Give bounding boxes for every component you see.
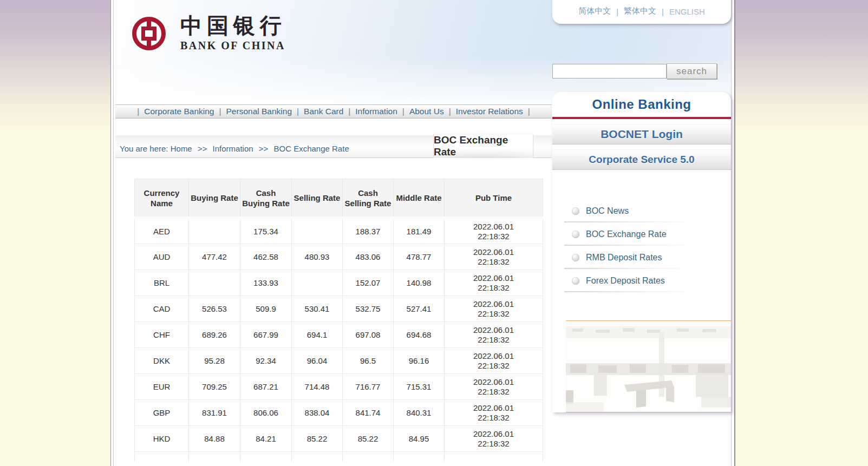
- corporate-service-button[interactable]: Corporate Service 5.0: [552, 149, 731, 170]
- rate-cell: 480.93: [292, 244, 343, 270]
- nav-item[interactable]: About Us: [409, 107, 444, 116]
- breadcrumb-link[interactable]: Home: [171, 144, 192, 153]
- pub-time: 22:18:32: [445, 361, 543, 371]
- sidebar-link-label: RMB Deposit Rates: [586, 253, 662, 262]
- rate-cell: 175.34: [240, 218, 292, 244]
- bank-logo[interactable]: 中国银行 BANK OF CHINA: [132, 14, 286, 52]
- bullet-icon: [572, 254, 579, 261]
- bullet-icon: [572, 277, 579, 285]
- nav-separator: |: [137, 107, 139, 116]
- nav-item[interactable]: Personal Banking: [226, 107, 292, 116]
- rate-cell: 462.58: [240, 244, 292, 270]
- language-separator: |: [662, 7, 664, 16]
- pub-date: 2022.06.01: [445, 273, 543, 283]
- empty-cell: [343, 452, 394, 462]
- sidebar-link-label: BOC Exchange Rate: [586, 229, 667, 239]
- column-header: Buying Rate: [189, 179, 240, 218]
- brand-name-chinese: 中国银行: [180, 14, 286, 38]
- language-link[interactable]: ENGLISH: [669, 7, 705, 16]
- nav-separator: |: [297, 107, 299, 116]
- empty-cell: [445, 452, 543, 462]
- pub-date: 2022.06.01: [445, 247, 543, 257]
- brand-name-english: BANK OF CHINA: [180, 40, 286, 52]
- rate-cell: [292, 218, 343, 244]
- rate-cell: 526.53: [189, 296, 240, 322]
- language-link[interactable]: 繁体中文: [624, 6, 656, 16]
- rate-cell: 694.68: [394, 322, 445, 348]
- pub-date: 2022.06.01: [445, 403, 543, 413]
- nav-item[interactable]: Information: [355, 107, 397, 116]
- rate-cell: [189, 270, 240, 296]
- pub-date: 2022.06.01: [445, 351, 543, 361]
- rate-cell: 687.21: [240, 374, 292, 400]
- rate-cell: 840.31: [394, 400, 445, 426]
- empty-cell: [240, 452, 292, 462]
- rate-cell: 831.91: [189, 400, 240, 426]
- nav-item[interactable]: Investor Relations: [456, 107, 523, 116]
- online-banking-title: Online Banking: [552, 92, 731, 117]
- bullet-icon: [572, 207, 579, 215]
- pub-time: 22:18:32: [445, 232, 543, 241]
- rate-cell: 96.04: [292, 348, 343, 374]
- bocnet-login-button[interactable]: BOCNET Login: [552, 124, 731, 145]
- currency-cell: AUD: [135, 244, 189, 270]
- rate-cell: 716.77: [343, 374, 394, 400]
- pub-time-cell: 2022.06.0122:18:32: [445, 244, 543, 270]
- currency-cell: DKK: [135, 348, 189, 374]
- currency-cell: CHF: [135, 322, 189, 348]
- rate-cell: 841.74: [343, 400, 394, 426]
- rate-cell: 709.25: [189, 374, 240, 400]
- rate-cell: 95.28: [189, 348, 240, 374]
- nav-item[interactable]: Corporate Banking: [144, 107, 214, 116]
- pub-time-cell: 2022.06.0122:18:32: [445, 348, 543, 374]
- sidebar-link-boc-exchange-rate[interactable]: BOC Exchange Rate: [552, 222, 731, 246]
- empty-cell: [394, 452, 445, 462]
- rate-cell: 140.98: [394, 270, 445, 296]
- pub-time: 22:18:32: [445, 387, 543, 397]
- pub-time: 22:18:32: [445, 439, 543, 449]
- boc-emblem-icon: [132, 16, 166, 51]
- rate-cell: 477.42: [189, 244, 240, 270]
- table-row: BRL133.93152.07140.982022.06.0122:18:32: [135, 270, 543, 296]
- search-button[interactable]: search: [667, 63, 717, 79]
- rate-cell: 838.04: [292, 400, 343, 426]
- nav-item[interactable]: Bank Card: [304, 107, 343, 116]
- rate-cell: 532.75: [343, 296, 394, 322]
- column-header: Selling Rate: [292, 179, 343, 218]
- table-row: AED175.34188.37181.492022.06.0122:18:32: [135, 218, 543, 244]
- page: 中国银行 BANK OF CHINA 简体中文|繁体中文|ENGLISH sea…: [0, 0, 868, 466]
- tab-boc-exchange-rate[interactable]: BOC Exchange Rate: [433, 134, 533, 158]
- rate-cell: 697.08: [343, 322, 394, 348]
- pub-date: 2022.06.01: [445, 377, 543, 387]
- sidebar-link-rmb-deposit-rates[interactable]: RMB Deposit Rates: [552, 246, 731, 269]
- empty-cell: [189, 452, 240, 462]
- rate-cell: 509.9: [240, 296, 292, 322]
- column-header: Cash Selling Rate: [343, 179, 394, 218]
- bullet-icon: [572, 231, 579, 238]
- currency-cell: EUR: [135, 374, 189, 400]
- sidebar-link-forex-deposit-rates[interactable]: Forex Deposit Rates: [552, 269, 731, 292]
- pub-time-cell: 2022.06.0122:18:32: [445, 426, 543, 452]
- red-divider: [552, 117, 731, 119]
- language-separator: |: [616, 7, 618, 16]
- nav-separator: |: [402, 107, 404, 116]
- breadcrumb-separator: >>: [259, 144, 271, 153]
- column-header: Currency Name: [135, 179, 189, 218]
- rate-cell: 96.16: [394, 348, 445, 374]
- sidebar-link-boc-news[interactable]: BOC News: [552, 199, 731, 222]
- pub-time-cell: 2022.06.0122:18:32: [445, 296, 543, 322]
- breadcrumb-link[interactable]: BOC Exchange Rate: [273, 144, 349, 153]
- bank-hall-image: [566, 320, 731, 412]
- pub-time: 22:18:32: [445, 335, 543, 345]
- currency-cell: GBP: [135, 400, 189, 426]
- breadcrumb: You are here: Home >> Information >> BOC…: [120, 144, 349, 153]
- table-row: AUD477.42462.58480.93483.06478.772022.06…: [135, 244, 543, 270]
- breadcrumb-link[interactable]: Information: [213, 144, 253, 153]
- sidebar-links: BOC NewsBOC Exchange RateRMB Deposit Rat…: [552, 199, 731, 292]
- sidebar-link-label: Forex Deposit Rates: [586, 276, 665, 286]
- rate-cell: 694.1: [292, 322, 343, 348]
- pub-date: 2022.06.01: [445, 429, 543, 439]
- language-link[interactable]: 简体中文: [578, 6, 611, 16]
- search-input[interactable]: [552, 64, 667, 78]
- panel-right-border: [731, 0, 732, 466]
